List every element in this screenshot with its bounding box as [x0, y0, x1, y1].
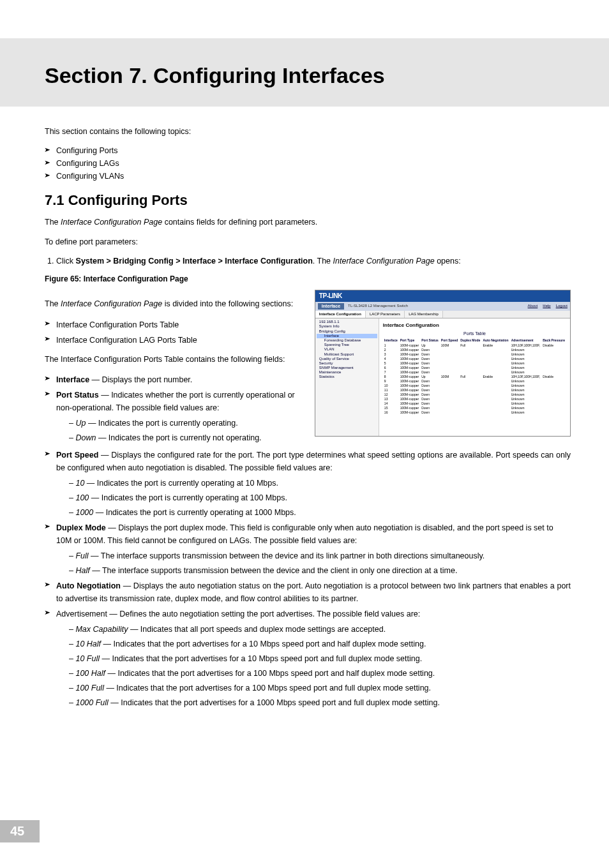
para-2: To define port parameters:: [45, 236, 571, 248]
link-about[interactable]: About: [528, 304, 538, 308]
table-row[interactable]: 1100M-copperUp100MFullEnable10H,10F,100H…: [383, 343, 566, 347]
section-title: Section 7. Configuring Interfaces: [45, 64, 571, 87]
table-row[interactable]: 12100M-copperDownUnknown: [383, 392, 566, 396]
sidebar-item[interactable]: Spanning Tree: [317, 343, 377, 347]
sidebar-item[interactable]: Bridging Config: [317, 329, 377, 334]
table-header: Back Pressure: [541, 338, 566, 343]
link-help[interactable]: Help: [543, 304, 550, 308]
field-duplex: Duplex Mode — Displays the port duplex m…: [45, 521, 571, 547]
ports-table: InterfacePort TypePort StatusPort SpeedD…: [383, 338, 566, 414]
tab-lacp[interactable]: LACP Parameters: [366, 311, 405, 318]
sub-10: – 10 — Indicates the port is currently o…: [45, 477, 571, 490]
table-row[interactable]: 2100M-copperDownUnknown: [383, 347, 566, 352]
table-row[interactable]: 13100M-copperDownUnknown: [383, 396, 566, 401]
link-logout[interactable]: Logout: [556, 304, 568, 308]
sidebar-item[interactable]: Quality of Service: [317, 357, 377, 361]
left-para-1: The Interface Configuration Page is divi…: [45, 297, 306, 310]
table-row[interactable]: 5100M-copperDownUnknown: [383, 361, 566, 365]
sub-down: – Down — Indicates the port is currently…: [45, 431, 306, 444]
page-number: 45: [0, 820, 40, 842]
step-1: Click System > Bridging Config > Interfa…: [56, 257, 571, 266]
sub-10h: – 10 Half — Indicates that the port adve…: [45, 638, 571, 650]
field-port-status: Port Status — Indicates whether the port…: [45, 389, 306, 414]
device-name: TL-SL3428 L2 Management Switch: [348, 304, 524, 308]
sidebar-item[interactable]: Maintenance: [317, 370, 377, 375]
sidebar-item[interactable]: Multicast Support: [317, 352, 377, 357]
table-row[interactable]: 9100M-copperDownUnknown: [383, 378, 566, 383]
sub-1000: – 1000 — Indicates the port is currently…: [45, 506, 571, 519]
table-header: Duplex Mode: [459, 338, 481, 343]
field-advertisement: Advertisement — Defines the auto negotia…: [45, 608, 571, 620]
sidebar: 192.168.1.1 System Info Bridging Config …: [315, 318, 379, 436]
field-port-speed: Port Speed — Displays the configured rat…: [45, 449, 571, 474]
sidebar-item[interactable]: Statistics: [317, 375, 377, 379]
intro-text: This section contains the following topi…: [45, 126, 571, 138]
sidebar-ip: 192.168.1.1: [317, 320, 377, 324]
table-row[interactable]: 16100M-copperDownUnknown: [383, 410, 566, 414]
sidebar-item-interface[interactable]: Interface: [317, 334, 377, 338]
table-row[interactable]: 8100M-copperUp100MFullEnable10H,10F,100H…: [383, 374, 566, 378]
table-header: Port Type: [399, 338, 420, 343]
main-title: Interface Configuration: [383, 322, 566, 329]
table-row[interactable]: 4100M-copperDownUnknown: [383, 356, 566, 361]
table-header: Auto Negotiation: [481, 338, 509, 343]
field-interface: Interface — Displays the port number.: [45, 373, 306, 386]
table-row[interactable]: 7100M-copperDownUnknown: [383, 370, 566, 374]
table-row[interactable]: 3100M-copperDownUnknown: [383, 352, 566, 356]
para-1: The Interface Configuration Page contain…: [45, 216, 571, 228]
sidebar-item[interactable]: Forwarding Database: [317, 338, 377, 343]
table-row[interactable]: 6100M-copperDownUnknown: [383, 365, 566, 370]
ports-table-title: Ports Table: [383, 331, 566, 336]
field-auto-neg: Auto Negotiation — Displays the auto neg…: [45, 580, 571, 605]
sub-full: – Full — The interface supports transmis…: [45, 550, 571, 562]
table-row[interactable]: 11100M-copperDownUnknown: [383, 387, 566, 392]
sub-100: – 100 — Indicates the port is currently …: [45, 491, 571, 504]
tab-interface-config[interactable]: Interface Configuration: [315, 311, 366, 318]
sub-100f: – 100 Full — Indicates that the port adv…: [45, 682, 571, 694]
table-header: Advertisement: [510, 338, 542, 343]
sub-100h: – 100 Half — Indicates that the port adv…: [45, 667, 571, 680]
table-header: Interface: [383, 338, 399, 343]
sidebar-item[interactable]: SNMP Management: [317, 366, 377, 370]
sidebar-item[interactable]: VLAN: [317, 347, 377, 352]
table-row[interactable]: 10100M-copperDownUnknown: [383, 383, 566, 387]
topic-item: Configuring LAGs: [45, 159, 571, 168]
topic-item: Configuring VLANs: [45, 172, 571, 181]
topic-list: Configuring Ports Configuring LAGs Confi…: [45, 146, 571, 181]
sub-1000f: – 1000 Full — Indicates that the port ad…: [45, 696, 571, 709]
figure-screenshot: TP-LINK Interface TL-SL3428 L2 Managemen…: [315, 290, 571, 437]
tab-lag[interactable]: LAG Membership: [405, 311, 443, 318]
table-row[interactable]: 15100M-copperDownUnknown: [383, 405, 566, 410]
sub-up: – Up — Indicates the port is currently o…: [45, 417, 306, 430]
table-row[interactable]: 14100M-copperDownUnknown: [383, 401, 566, 405]
sidebar-item[interactable]: System Info: [317, 324, 377, 329]
module-label: Interface: [318, 303, 344, 310]
left-para-2: The Interface Configuration Ports Table …: [45, 353, 306, 366]
sub-half: – Half — The interface supports transmis…: [45, 564, 571, 577]
steps-list: Click System > Bridging Config > Interfa…: [45, 257, 571, 266]
sub-10f: – 10 Full — Indicates that the port adve…: [45, 652, 571, 665]
table-header: Port Status: [420, 338, 440, 343]
app-logo: TP-LINK: [319, 292, 342, 300]
sub-max: – Max Capability — Indicates that all po…: [45, 623, 571, 636]
table-header: Port Speed: [440, 338, 459, 343]
sidebar-item[interactable]: Security: [317, 361, 377, 366]
left-bullet: Interface Configuration LAG Ports Table: [45, 334, 306, 347]
topic-item: Configuring Ports: [45, 146, 571, 155]
subsection-heading: 7.1 Configuring Ports: [45, 192, 571, 209]
left-bullet: Interface Configuration Ports Table: [45, 318, 306, 331]
figure-caption: Figure 65: Interface Configuration Page: [45, 274, 571, 283]
